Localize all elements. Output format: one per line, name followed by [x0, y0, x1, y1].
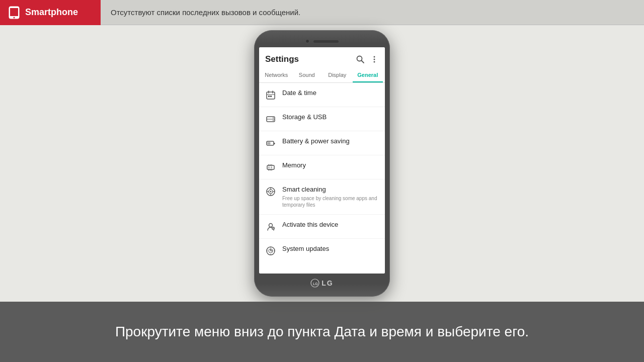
tab-display[interactable]: Display	[322, 68, 353, 82]
menu-item-smart-cleaning[interactable]: Smart cleaning Free up space by cleaning…	[259, 179, 385, 215]
tab-sound[interactable]: Sound	[292, 68, 323, 82]
svg-rect-13	[270, 96, 272, 97]
svg-rect-20	[268, 142, 271, 145]
svg-point-5	[374, 56, 375, 58]
menu-item-storage[interactable]: Storage & USB	[259, 107, 385, 131]
settings-header: Settings	[259, 47, 385, 68]
smart-cleaning-icon	[265, 186, 276, 197]
menu-item-memory[interactable]: Memory	[259, 155, 385, 179]
tab-networks[interactable]: Networks	[261, 68, 292, 82]
top-bar: Smartphone Отсутствуют списки последних …	[0, 0, 644, 25]
lg-logo-icon: LG	[310, 279, 319, 288]
activate-text: Activate this device	[282, 221, 379, 229]
svg-point-16	[273, 118, 274, 119]
svg-point-2	[14, 17, 15, 18]
phone-screen: Settings	[259, 47, 385, 274]
smart-cleaning-text: Smart cleaning Free up space by cleaning…	[282, 186, 379, 208]
subtitle-bar: Прокрутите меню вниз до пункта Дата и вр…	[0, 302, 644, 362]
memory-icon	[265, 162, 276, 173]
system-updates-icon	[265, 245, 276, 256]
storage-label: Storage & USB	[282, 113, 379, 122]
smartphone-logo-icon	[7, 6, 21, 20]
battery-icon	[265, 138, 276, 149]
svg-rect-28	[268, 166, 270, 168]
svg-line-4	[362, 61, 364, 63]
phone-bottom-bezel: LG LG	[259, 274, 385, 290]
smart-cleaning-label: Smart cleaning	[282, 186, 379, 194]
menu-item-activate[interactable]: Activate this device	[259, 215, 385, 239]
svg-point-17	[273, 120, 274, 121]
phone-mockup: Settings	[254, 30, 390, 297]
date-time-label: Date & time	[282, 89, 379, 98]
system-updates-text: System updates	[282, 245, 379, 253]
memory-label: Memory	[282, 161, 379, 170]
phone-speaker	[313, 40, 339, 43]
svg-point-6	[374, 59, 375, 60]
svg-point-37	[269, 223, 273, 227]
date-time-text: Date & time	[282, 89, 379, 98]
battery-label: Battery & power saving	[282, 137, 379, 146]
system-updates-label: System updates	[282, 245, 379, 253]
app-logo: Smartphone	[0, 0, 101, 25]
phone-top-bezel	[259, 37, 385, 47]
svg-rect-12	[268, 96, 270, 97]
smart-cleaning-sublabel: Free up space by cleaning some apps and …	[282, 195, 379, 208]
menu-item-date-time[interactable]: Date & time	[259, 83, 385, 107]
app-name-label: Smartphone	[25, 7, 78, 18]
activate-label: Activate this device	[282, 221, 379, 229]
activate-icon	[265, 221, 276, 232]
settings-menu: Date & time Storage & USB	[259, 83, 385, 262]
more-options-icon[interactable]	[370, 55, 379, 64]
calendar-icon	[265, 89, 276, 101]
subtitle-text: Прокрутите меню вниз до пункта Дата и вр…	[115, 322, 529, 341]
storage-text: Storage & USB	[282, 113, 379, 122]
battery-text: Battery & power saving	[282, 137, 379, 146]
top-message: Отсутствуют списки последних вызовов и с…	[101, 8, 300, 17]
memory-text: Memory	[282, 161, 379, 170]
svg-rect-29	[271, 166, 272, 168]
phone-camera	[305, 39, 309, 43]
lg-text: LG	[321, 279, 333, 287]
storage-icon	[265, 114, 276, 125]
search-icon[interactable]	[356, 55, 365, 64]
settings-icons	[356, 55, 379, 64]
svg-rect-19	[274, 143, 275, 144]
svg-point-7	[374, 61, 375, 63]
menu-item-system-updates[interactable]: System updates	[259, 239, 385, 262]
lg-logo: LG LG	[310, 279, 333, 288]
menu-item-battery[interactable]: Battery & power saving	[259, 131, 385, 155]
svg-text:LG: LG	[313, 282, 318, 286]
main-area: Settings	[0, 25, 644, 302]
svg-point-32	[270, 191, 272, 193]
settings-tabs: Networks Sound Display General	[259, 68, 385, 83]
settings-title: Settings	[265, 54, 299, 64]
tab-general[interactable]: General	[353, 68, 383, 82]
svg-rect-1	[10, 8, 18, 16]
